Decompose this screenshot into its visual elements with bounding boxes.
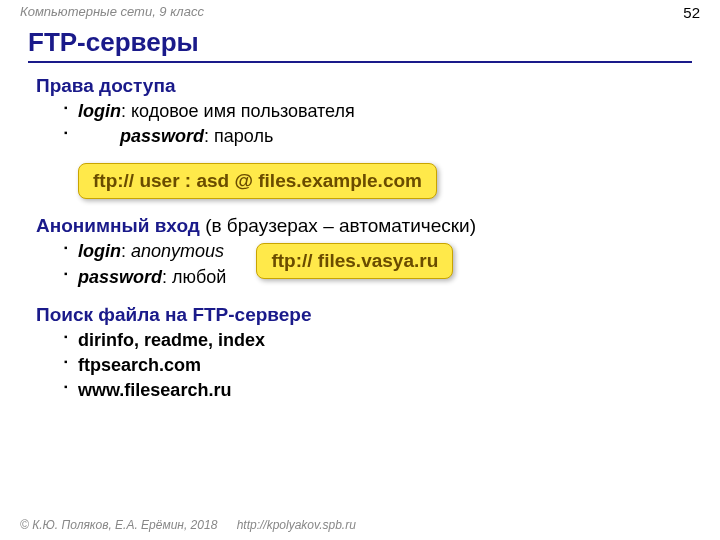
list-search: dirinfo, readme, index ftpsearch.com www… [36, 328, 684, 404]
list-item: www.filesearch.ru [64, 378, 684, 403]
list-item: login: anonymous [64, 239, 226, 264]
list-item: password: любой [64, 265, 226, 290]
slide-title: FTP-серверы [28, 27, 692, 63]
term-password: password [120, 126, 204, 146]
term-rest: : пароль [204, 126, 273, 146]
term-rest: : любой [162, 267, 226, 287]
anonymous-row: login: anonymous password: любой ftp:// … [36, 237, 684, 297]
slide-content: Права доступа login: кодовое имя пользов… [0, 63, 720, 403]
section-search: Поиск файла на FTP-сервере [36, 304, 684, 326]
footer-url: http://kpolyakov.spb.ru [237, 518, 356, 532]
callout-ftp-url-simple: ftp:// files.vasya.ru [256, 243, 453, 279]
term-login: login [78, 101, 121, 121]
term-value: anonymous [131, 241, 224, 261]
sep: : [121, 241, 131, 261]
section-access-rights: Права доступа [36, 75, 684, 97]
section-anonymous: Анонимный вход (в браузерах – автоматиче… [36, 215, 684, 237]
list-item: login: кодовое имя пользователя [64, 99, 684, 124]
term-password: password [78, 267, 162, 287]
copyright: © К.Ю. Поляков, Е.А. Ерёмин, 2018 [20, 518, 217, 532]
section-label: Анонимный вход [36, 215, 200, 236]
list-item: password: пароль [64, 124, 684, 149]
list-item: ftpsearch.com [64, 353, 684, 378]
list-access: login: кодовое имя пользователя password… [36, 99, 684, 149]
callout-ftp-url-auth: ftp:// user : asd @ files.example.com [78, 163, 437, 199]
section-note: (в браузерах – автоматически) [200, 215, 476, 236]
list-anonymous: login: anonymous password: любой [36, 239, 226, 289]
slide-header: Компьютерные сети, 9 класс 52 [0, 0, 720, 21]
term-rest: : кодовое имя пользователя [121, 101, 355, 121]
list-item: dirinfo, readme, index [64, 328, 684, 353]
course-label: Компьютерные сети, 9 класс [20, 4, 204, 21]
term-login: login [78, 241, 121, 261]
page-number: 52 [683, 4, 700, 21]
slide-footer: © К.Ю. Поляков, Е.А. Ерёмин, 2018 http:/… [20, 518, 356, 532]
